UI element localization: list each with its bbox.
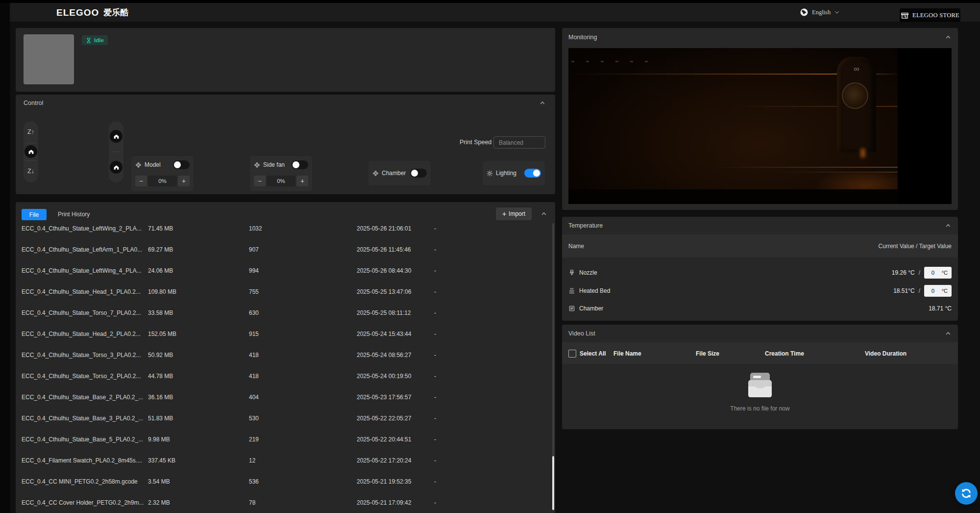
home-jog-pill (109, 121, 123, 182)
heated-bed-target-unit: °C (942, 288, 948, 294)
file-size: 3.54 MB (148, 478, 249, 485)
heated-bed-target-box: °C (924, 285, 952, 297)
z-jog-pill: Z↑ Z↓ (24, 121, 38, 182)
nozzle-target-input[interactable] (928, 270, 938, 276)
z-up-button[interactable]: Z↑ (24, 123, 38, 141)
table-row[interactable]: ECC_0.4_Cthulhu_Statue_Base_3_PLA0.2_...… (22, 408, 548, 429)
elegoo-logo: ELEGOO 爱乐酷 (56, 7, 128, 18)
col-file-name: File Name (613, 350, 641, 357)
printer-status-card: Idle (16, 28, 555, 92)
side-fan-minus-button[interactable]: − (254, 176, 266, 186)
control-collapse-chevron-icon[interactable] (539, 100, 547, 107)
file-size: 33.58 MB (148, 309, 249, 316)
chamber-fan-group: Chamber (368, 161, 431, 185)
hourglass-icon (86, 37, 92, 44)
file-extra: - (434, 478, 548, 485)
app-header: ELEGOO 爱乐酷 English ELEGOO STORE (0, 3, 980, 22)
file-count: 12 (249, 457, 357, 464)
home-icon (113, 164, 120, 171)
model-fan-minus-button[interactable]: − (135, 176, 147, 186)
video-list-title: Video List (568, 330, 595, 337)
table-row[interactable]: ECC_0.4_Cthulhu_Statue_Torso_7_PLA0.2...… (22, 303, 548, 323)
video-collapse-chevron-icon[interactable] (945, 330, 953, 338)
table-row[interactable]: ECC_0.4_Cthulhu_Statue_LeftWing_4_PLA...… (22, 260, 548, 281)
z-down-button[interactable]: Z↓ (24, 162, 38, 180)
table-row[interactable]: ECC_0.4_Cthulhu_Statue_Torso_2_PLA0.2...… (22, 366, 548, 386)
toggle-knob (293, 161, 299, 168)
refresh-icon (960, 487, 973, 500)
print-speed-label: Print Speed (460, 139, 491, 146)
model-fan-toggle[interactable] (173, 160, 190, 169)
table-row[interactable]: ECC_0.4_Cthulhu_Statue_Base_5_PLA0.2_...… (22, 429, 548, 450)
file-extra: - (434, 309, 548, 316)
fan-icon (372, 170, 379, 177)
home-y-button[interactable] (110, 161, 122, 174)
chamber-fan-toggle[interactable] (410, 169, 427, 178)
scrollbar-thumb[interactable] (552, 456, 554, 510)
file-name: ECC_0.4_CC MINI_PETG0.2_2h58m.gcode (22, 478, 148, 485)
tab-print-history[interactable]: Print History (58, 211, 90, 218)
heated-bed-target-input[interactable] (928, 288, 938, 294)
chamber-current: 18.71 °C (929, 305, 952, 312)
file-time: 2025-05-21 17:09:42 (357, 499, 434, 506)
file-name: ECC_0.4_Filament Swatch_PLA0.2_8m45s.... (22, 457, 148, 464)
control-title: Control (24, 100, 43, 106)
file-time: 2025-05-26 11:45:46 (357, 246, 434, 253)
lighting-label: Lighting (496, 170, 521, 177)
refresh-button[interactable] (955, 482, 978, 505)
table-row[interactable]: ECC_0.4_Cthulhu_Statue_LeftArm_1_PLA0...… (22, 239, 548, 260)
file-size: 109.80 MB (148, 288, 249, 295)
file-count: 755 (249, 288, 357, 295)
model-fan-group: Model − 0% + (131, 156, 194, 191)
home-x-button[interactable] (110, 130, 122, 143)
elegoo-store-button[interactable]: ELEGOO STORE (900, 8, 960, 22)
file-count: 994 (249, 267, 357, 274)
file-size: 44.78 MB (148, 373, 249, 380)
file-name: ECC_0.4_Cthulhu_Statue_LeftArm_1_PLA0... (22, 246, 148, 253)
model-fan-plus-button[interactable]: + (178, 176, 190, 186)
table-row[interactable]: ECC_0.4_Cthulhu_Statue_Torso_3_PLA0.2...… (22, 345, 548, 365)
file-count: 536 (249, 478, 357, 485)
files-collapse-chevron-icon[interactable] (540, 210, 548, 218)
col-name: Name (568, 243, 584, 250)
col-creation-time: Creation Time (765, 350, 804, 357)
temperature-title: Temperature (568, 222, 603, 229)
nozzle-target-box: °C (924, 267, 952, 279)
table-row[interactable]: ECC_0.4_Cthulhu_Statue_Head_2_PLA0.2...1… (22, 324, 548, 344)
file-time: 2025-05-24 15:43:44 (357, 331, 434, 337)
sun-icon (487, 170, 493, 177)
table-row[interactable]: ECC_0.4_Cthulhu_Statue_Base_2_PLA0.2_...… (22, 387, 548, 408)
plus-icon: + (502, 210, 506, 218)
table-row[interactable]: ECC_0.4_Cthulhu_Statue_LeftWing_2_PLA...… (22, 218, 548, 239)
file-name: ECC_0.4_Cthulhu_Statue_Torso_3_PLA0.2... (22, 352, 148, 359)
file-count: 915 (249, 331, 357, 337)
file-name: ECC_0.4_Cthulhu_Statue_Head_2_PLA0.2... (22, 331, 148, 337)
z-up-label: Z↑ (27, 128, 34, 135)
chamber-row: Chamber 18.71 °C (562, 299, 958, 317)
empty-state-text: There is no file for now (562, 405, 958, 412)
light-streak (779, 172, 898, 173)
monitoring-collapse-chevron-icon[interactable] (945, 34, 953, 42)
table-row[interactable]: ECC_0.4_Filament Swatch_PLA0.2_8m45s....… (22, 450, 548, 471)
lighting-toggle[interactable] (524, 169, 541, 178)
language-selector[interactable]: English (800, 8, 840, 17)
temperature-collapse-chevron-icon[interactable] (945, 222, 953, 230)
table-row[interactable]: ECC_0.4_CC MINI_PETG0.2_2h58m.gcode3.54 … (22, 471, 548, 492)
file-name: ECC_0.4_Cthulhu_Statue_Base_2_PLA0.2_... (22, 394, 148, 401)
select-all-label: Select All (580, 350, 606, 357)
temperature-table-header: Name Current Value / Target Value (562, 234, 958, 257)
print-speed-input[interactable] (493, 136, 545, 149)
file-name: ECC_0.4_Cthulhu_Statue_Base_5_PLA0.2_... (22, 436, 148, 443)
file-count: 418 (249, 373, 357, 380)
side-fan-plus-button[interactable]: + (296, 176, 308, 186)
side-fan-toggle[interactable] (292, 160, 308, 169)
file-list-card: File Print History + Import ECC_0.4_Cthu… (16, 202, 555, 513)
table-row[interactable]: ECC_0.4_CC Cover Holder_PETG0.2_2h9m...2… (22, 492, 548, 513)
table-row[interactable]: ECC_0.4_Cthulhu_Statue_Head_1_PLA0.2...1… (22, 282, 548, 302)
monitoring-card: Monitoring ∞ (562, 28, 958, 210)
col-current-target: Current Value / Target Value (879, 243, 952, 250)
home-z-button[interactable] (24, 145, 37, 158)
file-extra: - (434, 499, 548, 506)
select-all-checkbox[interactable] (568, 350, 576, 358)
file-size: 24.06 MB (148, 267, 249, 274)
